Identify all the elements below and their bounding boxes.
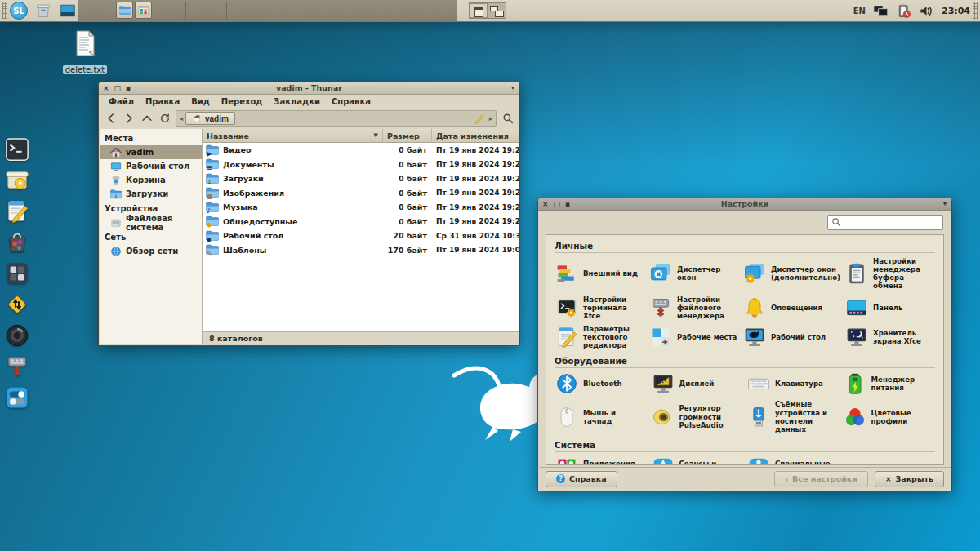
close-icon: × [885,475,892,483]
panel-grip[interactable] [2,2,7,19]
file-name-cell: ▶Видео [203,144,383,156]
settings-item[interactable]: Настройки терминала Xfce [555,293,645,322]
settings-item[interactable]: Регулятор громкости PulseAudio [651,398,744,436]
app-grid-icon[interactable] [5,261,29,286]
app-menu-button[interactable]: SL [10,2,28,20]
workspace-1[interactable] [470,3,488,18]
settings-item[interactable]: Панель [844,293,935,322]
sidebar-item[interactable]: Обзор сети [100,244,202,258]
settings-item[interactable]: Настройки менеджера буфера обмена [844,255,935,293]
sidebar-item[interactable]: vadim [100,145,202,159]
menu-item[interactable]: Закладки [269,96,325,107]
settings-item[interactable]: Сеансы и запуск [651,454,744,465]
panel-grip[interactable] [973,2,978,19]
up-icon[interactable] [138,110,155,127]
folder-documents-icon: ≡ [206,158,219,170]
path-scroll-right-icon[interactable]: ▸ [487,114,495,122]
terminal-launcher-icon[interactable] [5,137,29,162]
file-row[interactable]: ▪Рабочий стол20 байтСр 31 янв 2024 10:35… [203,229,519,243]
menu-item[interactable]: Файл [104,96,139,107]
file-row[interactable]: ▦Изображения0 байтПт 19 янв 2024 19:26:3… [203,186,519,201]
settings-item[interactable]: Оповещения [742,293,841,322]
clock[interactable]: 23:04 [942,6,970,16]
reload-icon[interactable] [156,110,173,127]
settings-item[interactable]: Хранитель экрана Xfce [844,322,935,352]
settings-item[interactable]: Приложения по умолчанию [555,454,648,465]
file-date-cell: Пт 19 янв 2024 19:26:37 [432,175,519,183]
settings-item[interactable]: Менеджер питания [843,370,936,398]
display-tray-icon[interactable] [873,3,889,19]
file-row[interactable]: ▶Видео0 байтПт 19 янв 2024 19:26:37 [203,143,519,158]
notes-editor-icon[interactable] [5,199,29,224]
window-manager-tweaks-icon [743,262,766,285]
settings-item[interactable]: Внешний вид [555,255,645,293]
signpost-icon[interactable] [5,354,29,379]
edit-path-icon[interactable] [472,111,487,126]
settings-item[interactable]: Настройки файлового менеджера [648,293,739,322]
settings-item[interactable]: Клавиатура [746,370,840,398]
sidebar-item[interactable]: Рабочий стол [100,159,202,173]
column-label: Название [207,131,249,140]
menu-item[interactable]: Правка [140,96,185,107]
road-sign-icon[interactable] [5,292,29,317]
settings-item[interactable]: Цветовые профили [843,398,936,436]
thunar-titlebar[interactable]: × □ ▪ vadim - Thunar ▾ [99,82,519,95]
desktop-file-delete-txt[interactable]: delete.txt [62,29,108,76]
workspace-2[interactable] [488,3,506,18]
settings-item[interactable]: Диспетчер окон (дополнительно) [742,255,841,293]
file-row[interactable]: ≡Документы0 байтПт 19 янв 2024 19:26:37 [203,158,519,172]
all-settings-button[interactable]: ‹ Все настройки [774,471,868,487]
path-scroll-left-icon[interactable]: ◂ [177,114,185,122]
forward-icon[interactable] [120,110,137,127]
sidebar-item[interactable]: ↓Загрузки [100,187,202,201]
settings-titlebar[interactable]: × □ ▪ Настройки ▾ [538,198,951,211]
close-button[interactable]: × Закрыть [875,471,944,487]
column-header-name[interactable]: Название ▼ [203,129,383,142]
toggles-icon[interactable] [5,385,29,410]
file-row[interactable]: ◆Общедоступные0 байтПт 19 янв 2024 19:26… [203,215,519,229]
default-apps-icon [555,456,578,465]
search-input[interactable] [844,217,939,228]
search-icon[interactable] [499,110,516,127]
shade-icon[interactable]: ▾ [943,198,947,210]
settings-section-header: Личные [555,237,935,253]
column-headers: Название ▼ Размер Дата изменения [203,129,519,143]
sidebar-item[interactable]: Файловая система [100,216,202,229]
settings-item[interactable]: Bluetooth [555,370,648,398]
app-store-icon[interactable] [5,230,29,255]
shade-icon[interactable]: ▾ [511,82,514,94]
volume-tray-icon[interactable] [919,3,934,19]
settings-item[interactable]: Рабочий стол [742,322,841,352]
sidebar-item[interactable]: Корзина [100,173,202,187]
column-header-size[interactable]: Размер [383,129,432,142]
settings-item[interactable]: Рабочие места [648,322,739,352]
settings-item[interactable]: Мышь и тачпад [555,398,648,436]
back-icon[interactable] [102,110,119,127]
column-header-date[interactable]: Дата изменения [432,129,519,142]
settings-item[interactable]: Специальные возможности [746,454,840,465]
file-size-cell: 0 байт [383,217,432,226]
task-button-settings[interactable] [135,2,152,19]
settings-item-label: Клавиатура [775,380,823,388]
settings-item[interactable]: Диспетчер окон [648,255,739,293]
menu-item[interactable]: Переход [216,96,268,107]
help-button[interactable]: ? Справка [546,471,617,487]
archive-launcher-icon[interactable] [34,2,52,20]
menu-item[interactable]: Справка [327,96,376,107]
clipboard-tray-icon[interactable] [896,3,911,19]
camera-lens-icon[interactable] [5,323,29,348]
path-button-home[interactable]: vadim [185,112,235,125]
file-row[interactable]: ♪Музыка0 байтПт 19 янв 2024 19:26:37 [203,200,519,215]
settings-item-label: Внешний вид [583,269,638,278]
menu-item[interactable]: Вид [186,96,215,107]
settings-item[interactable]: Параметры текстового редактора [555,322,645,352]
keyboard-layout-indicator[interactable]: EN [853,7,866,16]
file-row[interactable]: ✎Шаблоны170 байтПт 19 янв 2024 19:03:42 [203,243,519,258]
file-row[interactable]: ↓Загрузки0 байтПт 19 янв 2024 19:26:37 [203,171,519,186]
package-installer-icon[interactable] [5,168,29,193]
task-button-thunar[interactable] [116,2,133,19]
window-launcher-icon[interactable] [59,2,77,20]
display-icon [652,372,675,395]
settings-item[interactable]: Дисплей [651,370,744,398]
settings-item[interactable]: Съёмные устройства и носители данных [746,398,840,436]
